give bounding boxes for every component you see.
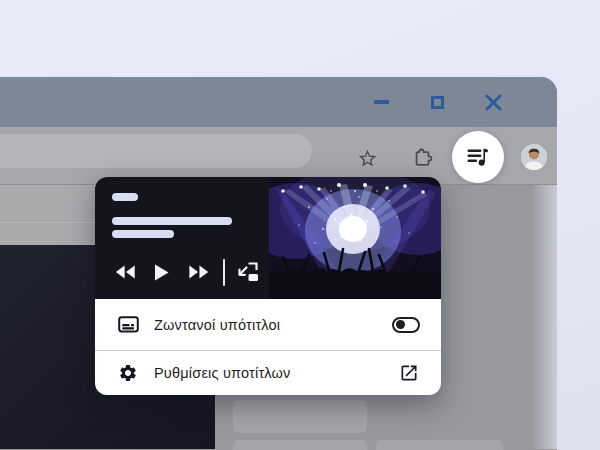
- media-title-placeholder: [112, 217, 232, 225]
- external-link-icon: [399, 363, 419, 383]
- close-button[interactable]: [484, 93, 502, 111]
- extensions-puzzle-icon: [412, 147, 434, 169]
- page-placeholder-block: [233, 440, 367, 450]
- maximize-icon: [431, 96, 444, 109]
- settings-gear-icon: [117, 362, 139, 384]
- desktop-background: Ζωντανοί υπότιτλοι Ρυθμίσεις υποτίτλων: [0, 0, 600, 450]
- close-icon: [485, 94, 502, 111]
- media-artwork: [269, 177, 441, 299]
- next-track-icon: [188, 264, 210, 280]
- concert-artwork-image: [269, 177, 441, 299]
- bookmark-button[interactable]: [355, 146, 379, 170]
- window-controls: [372, 77, 502, 127]
- picture-in-picture-icon: [236, 262, 260, 282]
- minimize-icon: [374, 100, 389, 104]
- scrollbar-area[interactable]: [531, 185, 557, 449]
- page-placeholder-block: [233, 400, 367, 433]
- maximize-button[interactable]: [428, 93, 446, 111]
- address-bar[interactable]: [0, 134, 312, 168]
- media-controls-icon: [465, 144, 491, 170]
- media-player-card: [95, 177, 441, 299]
- controls-separator: [223, 259, 225, 286]
- play-icon: [154, 264, 169, 281]
- window-titlebar: [0, 77, 557, 127]
- media-controls-popup: Ζωντανοί υπότιτλοι Ρυθμίσεις υποτίτλων: [95, 177, 441, 395]
- media-artist-placeholder: [112, 230, 174, 238]
- profile-avatar[interactable]: [521, 144, 547, 170]
- external-link-button[interactable]: [398, 362, 420, 384]
- minimize-button[interactable]: [372, 93, 390, 111]
- media-info-panel: [95, 177, 269, 299]
- next-track-button[interactable]: [188, 264, 210, 280]
- toggle-knob: [396, 320, 405, 329]
- caption-settings-row[interactable]: Ρυθμίσεις υποτίτλων: [95, 351, 441, 395]
- previous-track-icon: [115, 264, 137, 280]
- play-button[interactable]: [154, 264, 169, 281]
- media-controls-button[interactable]: [452, 131, 504, 183]
- caption-settings-label: Ρυθμίσεις υποτίτλων: [154, 365, 383, 381]
- extensions-button[interactable]: [411, 146, 435, 170]
- live-captions-row[interactable]: Ζωντανοί υπότιτλοι: [95, 299, 441, 350]
- live-captions-toggle[interactable]: [392, 317, 420, 333]
- live-captions-icon: [117, 314, 139, 336]
- playback-controls: [115, 257, 260, 287]
- avatar-image: [521, 144, 547, 170]
- bookmark-star-icon: [357, 148, 378, 169]
- picture-in-picture-button[interactable]: [236, 262, 260, 282]
- previous-track-button[interactable]: [115, 264, 137, 280]
- media-source-placeholder: [112, 193, 138, 201]
- live-captions-label: Ζωντανοί υπότιτλοι: [154, 317, 377, 333]
- page-placeholder-block: [376, 440, 503, 450]
